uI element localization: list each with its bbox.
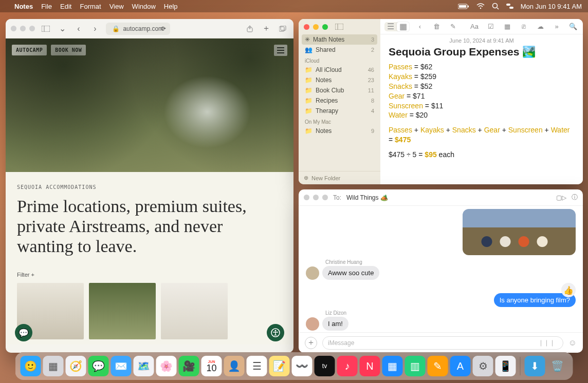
battery-icon[interactable]	[458, 4, 469, 9]
window-controls[interactable]	[304, 24, 328, 30]
dock-messages[interactable]: 💬	[88, 356, 109, 376]
dock-news[interactable]: N	[360, 356, 380, 376]
sidebar-item[interactable]: 📁Book Club11	[299, 85, 380, 95]
dock-maps[interactable]: 🗺️	[134, 356, 154, 376]
sidebar-item[interactable]: 📁All iCloud46	[299, 65, 380, 75]
note-body[interactable]: Passes = $62Kayaks = $259Snacks = $52Gea…	[380, 62, 583, 160]
tabs-icon[interactable]	[277, 23, 288, 34]
dock-mail[interactable]: ✉️	[111, 356, 132, 376]
facetime-icon[interactable]: ▢▷	[556, 194, 566, 201]
message-bubble[interactable]: I am!	[322, 317, 348, 331]
conversation-name[interactable]: Wild Things 🏕️	[346, 194, 388, 201]
svg-point-4	[492, 4, 497, 8]
logo-badge[interactable]: AUTOCAMP	[12, 45, 47, 55]
note-title[interactable]: Sequoia Group Expenses 🏞️	[380, 45, 583, 62]
dock-trash[interactable]: 🗑️	[547, 356, 568, 376]
dock-settings[interactable]: ⚙︎	[473, 356, 493, 376]
window-controls[interactable]	[11, 26, 35, 31]
sidebar-item[interactable]: 📁Therapy4	[299, 106, 380, 116]
apps-icon[interactable]: ＋	[305, 337, 317, 349]
menu-edit[interactable]: Edit	[60, 3, 71, 10]
spotlight-icon[interactable]	[492, 3, 499, 10]
notes-main: ☰ ▦ ‹ 🗑 ✎ Aa ☑︎ ▦ ⎚ ☁︎ » 🔍 June 10, 2024…	[380, 19, 583, 184]
dock-photos[interactable]: 🌸	[156, 356, 177, 376]
menu-window[interactable]: Window	[132, 3, 156, 10]
info-icon[interactable]: ⓘ	[572, 193, 578, 202]
filter-button[interactable]: Filter +	[17, 272, 282, 278]
chat-fab-icon[interactable]: 💬	[15, 324, 32, 341]
dock-iphone[interactable]: 📱	[495, 356, 516, 376]
back-icon[interactable]: ‹	[414, 22, 426, 32]
menu-help[interactable]: Help	[164, 3, 178, 10]
format-icon[interactable]: Aa	[469, 22, 480, 32]
share-icon[interactable]	[244, 23, 255, 34]
dock-facetime[interactable]: 🎥	[179, 356, 199, 376]
avatar[interactable]	[306, 266, 319, 280]
control-center-icon[interactable]	[506, 3, 513, 9]
app-menu[interactable]: Notes	[14, 3, 33, 10]
message-input[interactable]: iMessage ⎸⎸⎸	[322, 336, 563, 350]
dock-tv[interactable]: tv	[315, 356, 335, 376]
dock-contacts[interactable]: 👤	[224, 356, 245, 376]
menu-file[interactable]: File	[41, 3, 52, 10]
sidebar-item[interactable]: 📁Recipes8	[299, 95, 380, 106]
sidebar-toggle-icon[interactable]	[335, 24, 343, 30]
dock-safari[interactable]: 🧭	[66, 356, 86, 376]
reload-icon[interactable]: ⟳	[161, 25, 166, 32]
address-bar[interactable]: 🔒 autocamp.com ⟳	[106, 23, 170, 35]
folder-icon: 📁	[305, 76, 313, 84]
list-view-icon[interactable]: ☰	[384, 22, 397, 31]
wifi-icon[interactable]	[476, 3, 485, 9]
accessibility-fab-icon[interactable]	[267, 324, 284, 341]
sidebar-item-math-notes[interactable]: ✳︎Math Notes3	[302, 34, 377, 45]
more-icon[interactable]: »	[551, 22, 562, 32]
dock-launchpad[interactable]: ▦	[43, 356, 64, 376]
dock-calendar[interactable]: JUN10	[201, 356, 222, 376]
dock-notes[interactable]: 📝	[269, 356, 290, 376]
forward-icon[interactable]: ›	[89, 23, 101, 34]
tapback-reaction[interactable]: 👍	[561, 283, 576, 297]
sidebar-label: Math Notes	[313, 36, 344, 43]
thumb-3[interactable]	[161, 283, 228, 339]
delete-icon[interactable]: 🗑	[431, 22, 442, 32]
dock-finder[interactable]: 🙂	[21, 356, 41, 376]
dock-downloads[interactable]: ⬇︎	[525, 356, 545, 376]
checklist-icon[interactable]: ☑︎	[485, 22, 497, 32]
search-icon[interactable]: 🔍	[567, 22, 579, 32]
sidebar-item-shared[interactable]: 👥Shared2	[299, 45, 380, 55]
compose-icon[interactable]: ✎	[447, 22, 458, 32]
dock-appstore[interactable]: A	[450, 356, 471, 376]
menu-clock[interactable]: Mon Jun 10 9:41 AM	[521, 3, 582, 10]
dock-pages[interactable]: ✎	[428, 356, 448, 376]
link-icon[interactable]: ☁︎	[535, 22, 546, 32]
view-toggle[interactable]: ☰ ▦	[384, 22, 409, 31]
dock-numbers[interactable]: ▥	[405, 356, 426, 376]
book-now-button[interactable]: BOOK NOW	[51, 45, 86, 55]
thumb-2[interactable]	[89, 283, 156, 339]
sidebar-label: Book Club	[316, 87, 344, 94]
sidebar-item[interactable]: 📁Notes23	[299, 75, 380, 85]
avatar[interactable]	[306, 317, 319, 331]
menu-format[interactable]: Format	[80, 3, 101, 10]
media-icon[interactable]: ⎚	[518, 22, 529, 32]
dock-music[interactable]: ♪	[337, 356, 358, 376]
back-icon[interactable]: ‹	[73, 23, 84, 34]
hamburger-icon[interactable]	[274, 45, 287, 56]
emoji-icon[interactable]: ☺	[568, 338, 577, 348]
audio-icon[interactable]: ⎸⎸⎸	[541, 339, 558, 347]
dock-reminders[interactable]: ☰	[247, 356, 267, 376]
dock-freeform[interactable]: 〰️	[292, 356, 313, 376]
sent-photo[interactable]	[463, 209, 576, 255]
dock-keynote[interactable]: ▦	[382, 356, 403, 376]
conversation-view[interactable]: Christine Huang Awww soo cute 👍 Is anyon…	[299, 206, 583, 332]
sidebar-item[interactable]: 📁Notes9	[299, 126, 380, 136]
table-icon[interactable]: ▦	[502, 22, 513, 32]
sidebar-icon[interactable]	[40, 23, 51, 34]
new-tab-icon[interactable]: ＋	[261, 23, 272, 34]
gallery-view-icon[interactable]: ▦	[397, 22, 409, 31]
menu-view[interactable]: View	[109, 3, 124, 10]
message-bubble[interactable]: Awww soo cute	[322, 266, 379, 280]
window-controls[interactable]	[304, 195, 328, 200]
new-folder-button[interactable]: ⊕New Folder	[299, 171, 380, 184]
chevron-down-icon[interactable]: ⌄	[57, 23, 68, 34]
